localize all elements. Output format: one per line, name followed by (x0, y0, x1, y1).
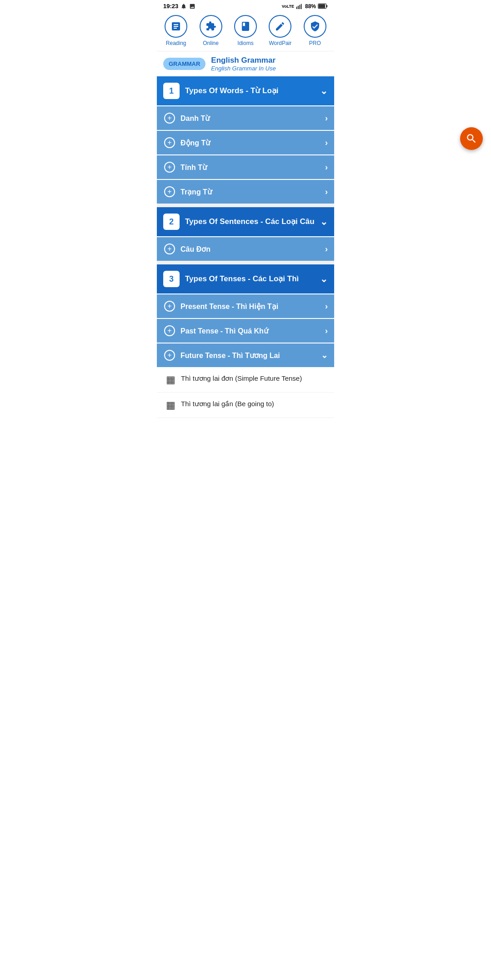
plus-circle-icon-8: + (164, 350, 175, 361)
plus-circle-icon-1: + (164, 113, 175, 124)
section-2-chevron: ⌄ (320, 216, 328, 227)
section-1-header[interactable]: 1 Types Of Words - Từ Loại ⌄ (157, 76, 334, 105)
sub-item-label-dong-tu: Động Từ (180, 139, 320, 147)
document-icon-1: ▦ (166, 374, 175, 386)
sub-item-label-danh-tu: Danh Từ (180, 114, 320, 123)
sub-item-cau-don[interactable]: + Câu Đơn › (157, 237, 334, 261)
tab-idioms[interactable]: Idioms (232, 15, 259, 46)
notification-icon (180, 3, 187, 10)
nav-tabs: Reading Online Idioms WordPair (157, 11, 334, 51)
arrow-cau-don: › (325, 244, 328, 254)
sub-item-label-cau-don: Câu Đơn (180, 245, 320, 254)
book-icon (240, 21, 251, 32)
section-2-header[interactable]: 2 Types Of Sentences - Các Loại Câu ⌄ (157, 207, 334, 236)
section-1-number: 1 (163, 83, 180, 99)
tab-wordpair[interactable]: WordPair (266, 15, 294, 46)
sub-item-dong-tu[interactable]: + Động Từ › (157, 131, 334, 154)
chevron-future: ⌄ (321, 350, 328, 360)
svg-rect-0 (296, 6, 297, 9)
signal-label: VoLTE (282, 4, 294, 9)
section-2-number: 2 (163, 214, 180, 230)
arrow-trang-tu: › (325, 187, 328, 197)
reading-tab-label: Reading (166, 40, 186, 46)
svg-rect-1 (298, 5, 299, 9)
tab-pro[interactable]: PRO (301, 15, 329, 46)
lesson-item-be-going-to[interactable]: ▦ Thì tương lai gần (Be going to) (157, 393, 334, 418)
sub-item-label-present: Present Tense - Thì Hiện Tại (180, 302, 320, 311)
image-icon (189, 3, 195, 10)
sub-item-past-tense[interactable]: + Past Tense - Thì Quá Khứ › (157, 319, 334, 343)
plus-circle-icon-5: + (164, 244, 175, 254)
plus-circle-icon-4: + (164, 186, 175, 197)
online-tab-icon-circle (200, 15, 222, 38)
pro-tab-label: PRO (309, 40, 321, 46)
sub-item-tinh-tu[interactable]: + Tính Từ › (157, 155, 334, 179)
section-3-chevron: ⌄ (320, 274, 328, 284)
sub-item-future-tense[interactable]: + Future Tense - Thì Tương Lai ⌄ (157, 343, 334, 367)
sub-item-present-tense[interactable]: + Present Tense - Thì Hiện Tại › (157, 294, 334, 318)
section-3-number: 3 (163, 271, 180, 287)
online-tab-label: Online (203, 40, 219, 46)
sub-item-label-trang-tu: Trạng Từ (180, 188, 320, 196)
time-display: 19:23 (163, 3, 178, 10)
lesson-label-be-going-to: Thì tương lai gần (Be going to) (181, 399, 274, 408)
svg-rect-2 (299, 5, 300, 9)
svg-rect-6 (319, 4, 325, 8)
status-bar: 19:23 VoLTE 88% (157, 0, 334, 11)
tab-online[interactable]: Online (197, 15, 225, 46)
sub-item-label-tinh-tu: Tính Từ (180, 163, 320, 172)
sub-item-label-past: Past Tense - Thì Quá Khứ (180, 327, 320, 335)
grammar-header: GRAMMAR English Grammar English Grammar … (157, 51, 334, 76)
grammar-titles: English Grammar English Grammar In Use (211, 56, 276, 72)
section-3-header[interactable]: 3 Types Of Tenses - Các Loại Thì ⌄ (157, 264, 334, 294)
reading-tab-icon-circle (165, 15, 187, 38)
plus-circle-icon-7: + (164, 325, 175, 336)
idioms-tab-label: Idioms (237, 40, 253, 46)
section-1-chevron: ⌄ (320, 85, 328, 96)
arrow-past: › (325, 326, 328, 336)
puzzle-icon (205, 21, 216, 32)
grammar-badge: GRAMMAR (163, 58, 205, 70)
status-left: 19:23 (163, 3, 195, 10)
wordpair-icon (275, 21, 286, 32)
shield-icon (310, 21, 321, 32)
arrow-danh-tu: › (325, 114, 328, 123)
grammar-title-sub: English Grammar In Use (211, 65, 276, 72)
section-2-title: Types Of Sentences - Các Loại Câu (185, 217, 315, 227)
plus-circle-icon-6: + (164, 301, 175, 312)
plus-circle-icon-3: + (164, 162, 175, 173)
battery-display: 88% (305, 3, 316, 10)
reading-icon (170, 21, 181, 32)
document-icon-2: ▦ (166, 399, 175, 411)
sub-item-label-future: Future Tense - Thì Tương Lai (180, 351, 316, 360)
status-right: VoLTE 88% (282, 3, 328, 10)
plus-circle-icon-2: + (164, 137, 175, 148)
signal-icon (296, 3, 303, 10)
sub-item-danh-tu[interactable]: + Danh Từ › (157, 106, 334, 130)
battery-icon (318, 3, 328, 9)
lesson-label-simple-future: Thì tương lai đơn (Simple Future Tense) (181, 373, 302, 383)
svg-rect-3 (301, 4, 302, 9)
lesson-item-simple-future[interactable]: ▦ Thì tương lai đơn (Simple Future Tense… (157, 367, 334, 393)
section-gap-2 (157, 261, 334, 264)
grammar-title-main: English Grammar (211, 56, 276, 65)
section-3-title: Types Of Tenses - Các Loại Thì (185, 274, 315, 284)
section-1-title: Types Of Words - Từ Loại (185, 86, 315, 96)
arrow-present: › (325, 302, 328, 311)
arrow-dong-tu: › (325, 138, 328, 148)
tab-reading[interactable]: Reading (162, 15, 190, 46)
svg-rect-5 (326, 5, 327, 7)
wordpair-tab-icon-circle (269, 15, 291, 38)
pro-tab-icon-circle (304, 15, 326, 38)
section-gap-1 (157, 204, 334, 207)
arrow-tinh-tu: › (325, 163, 328, 172)
sub-item-trang-tu[interactable]: + Trạng Từ › (157, 180, 334, 204)
idioms-tab-icon-circle (234, 15, 257, 38)
wordpair-tab-label: WordPair (269, 40, 291, 46)
